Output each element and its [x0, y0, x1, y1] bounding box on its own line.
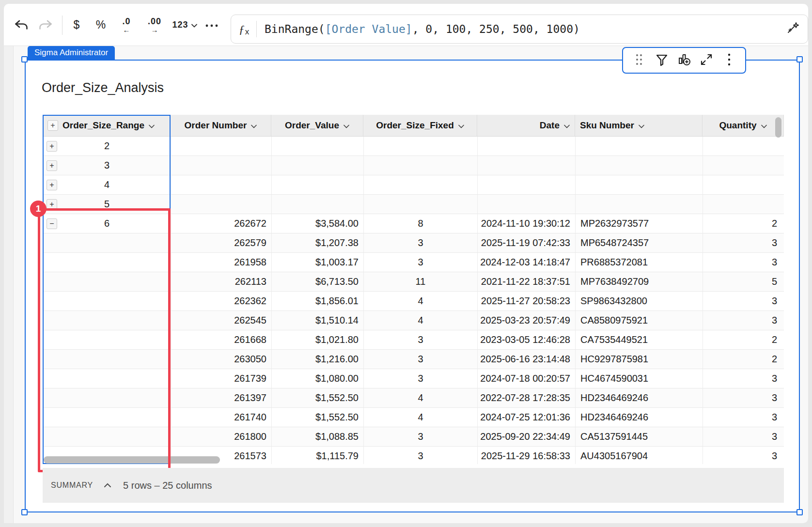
- order-value-cell[interactable]: $1,510.14: [272, 311, 364, 330]
- order-number-cell[interactable]: 261397: [171, 388, 272, 408]
- date-cell[interactable]: [478, 175, 576, 195]
- order-size-range-cell[interactable]: +4: [43, 175, 171, 195]
- sku-number-cell[interactable]: CA7535449521: [576, 330, 703, 350]
- date-cell[interactable]: 2025-03-23 20:57:49: [478, 311, 576, 330]
- order-number-cell[interactable]: 262113: [171, 272, 272, 292]
- quantity-cell[interactable]: 5: [703, 272, 784, 292]
- column-header-date[interactable]: Date: [477, 115, 575, 137]
- quantity-cell[interactable]: [703, 156, 784, 175]
- column-header-order-size-range[interactable]: + Order_Size_Range: [43, 115, 171, 137]
- order-size-range-cell[interactable]: +2: [43, 137, 171, 156]
- quantity-cell[interactable]: 3: [703, 292, 784, 311]
- decrease-decimal-button[interactable]: .0 ←: [114, 4, 139, 46]
- date-cell[interactable]: [478, 137, 576, 156]
- order-number-cell[interactable]: 262362: [171, 292, 272, 311]
- order-number-cell[interactable]: [171, 175, 272, 195]
- order-value-cell[interactable]: $1,856.01: [272, 292, 364, 311]
- order-value-cell[interactable]: [272, 195, 364, 214]
- sku-number-cell[interactable]: HC9297875981: [576, 350, 703, 369]
- sku-number-cell[interactable]: AU4305167904: [576, 447, 703, 464]
- collapse-group-button[interactable]: −: [47, 218, 57, 229]
- date-cell[interactable]: 2025-11-27 20:58:23: [478, 292, 576, 311]
- order-number-cell[interactable]: 262672: [171, 214, 272, 233]
- number-format-dropdown[interactable]: 123: [170, 4, 200, 46]
- order-number-cell[interactable]: 263050: [171, 350, 272, 369]
- order-value-cell[interactable]: $1,080.00: [272, 369, 364, 388]
- drag-handle[interactable]: [630, 51, 648, 70]
- order-number-cell[interactable]: [171, 137, 272, 156]
- order-size-range-cell[interactable]: [43, 408, 171, 427]
- sku-number-cell[interactable]: [576, 195, 703, 214]
- order-number-cell[interactable]: 262579: [171, 233, 272, 253]
- sku-number-cell[interactable]: CA5137591445: [576, 427, 703, 447]
- quantity-cell[interactable]: [703, 195, 784, 214]
- order-size-range-cell[interactable]: [43, 427, 171, 447]
- sku-number-cell[interactable]: MP7638492709: [576, 272, 703, 292]
- order-size-fixed-cell[interactable]: 11: [364, 272, 478, 292]
- order-size-range-cell[interactable]: [43, 388, 171, 408]
- currency-format-button[interactable]: $: [66, 4, 87, 46]
- expand-group-button[interactable]: +: [47, 141, 57, 152]
- formula-input[interactable]: BinRange([Order_Value], 0, 100, 250, 500…: [265, 23, 785, 35]
- order-value-cell[interactable]: $1,552.50: [272, 388, 364, 408]
- formula-bar[interactable]: ƒx BinRange([Order_Value], 0, 100, 250, …: [231, 15, 808, 44]
- sku-number-cell[interactable]: HC4674590031: [576, 369, 703, 388]
- more-formats-button[interactable]: [201, 4, 223, 46]
- order-value-cell[interactable]: $1,021.80: [272, 330, 364, 350]
- vertical-scrollbar[interactable]: [775, 117, 781, 138]
- order-size-range-cell[interactable]: [43, 330, 171, 350]
- column-header-order-value[interactable]: Order_Value: [271, 115, 363, 137]
- chevron-down-icon[interactable]: [149, 120, 155, 131]
- order-size-range-cell[interactable]: [43, 369, 171, 388]
- order-size-fixed-cell[interactable]: 8: [364, 214, 478, 233]
- order-size-range-cell[interactable]: +3: [43, 156, 171, 175]
- sku-number-cell[interactable]: CA8580975921: [576, 311, 703, 330]
- order-value-cell[interactable]: [272, 156, 364, 175]
- order-number-cell[interactable]: 261800: [171, 427, 272, 447]
- order-value-cell[interactable]: [272, 175, 364, 195]
- column-header-order-size-fixed[interactable]: Order_Size_Fixed: [363, 115, 477, 137]
- order-size-range-cell[interactable]: +5: [43, 195, 171, 214]
- date-cell[interactable]: 2021-11-22 18:37:51: [478, 272, 576, 292]
- widget-title[interactable]: Order_Size_Analysis: [42, 80, 164, 95]
- order-value-cell[interactable]: $1,216.00: [272, 350, 364, 369]
- order-size-fixed-cell[interactable]: 3: [364, 330, 478, 350]
- quantity-cell[interactable]: [703, 175, 784, 195]
- quantity-cell[interactable]: 3: [703, 427, 784, 447]
- order-number-cell[interactable]: 262545: [171, 311, 272, 330]
- formula-ai-assist-button[interactable]: [785, 21, 800, 37]
- sku-number-cell[interactable]: [576, 156, 703, 175]
- add-column-icon[interactable]: +: [47, 120, 58, 131]
- sku-number-cell[interactable]: HD2346469246: [576, 388, 703, 408]
- order-value-cell[interactable]: $1,207.38: [272, 233, 364, 253]
- order-number-cell[interactable]: 261740: [171, 408, 272, 427]
- percent-format-button[interactable]: %: [90, 4, 111, 46]
- quantity-cell[interactable]: 3: [703, 408, 784, 427]
- column-header-sku-number[interactable]: Sku Number: [575, 115, 703, 137]
- selection-handle-top-left[interactable]: [21, 56, 28, 62]
- date-cell[interactable]: 2025-11-29 16:58:33: [478, 447, 576, 464]
- expand-group-button[interactable]: +: [47, 180, 57, 190]
- order-value-cell[interactable]: $1,088.85: [272, 427, 364, 447]
- quantity-cell[interactable]: 3: [703, 253, 784, 272]
- order-size-fixed-cell[interactable]: 3: [364, 350, 478, 369]
- create-child-chart-button[interactable]: [675, 51, 693, 70]
- quantity-cell[interactable]: 2: [703, 214, 784, 233]
- date-cell[interactable]: 2024-07-25 12:01:36: [478, 408, 576, 427]
- order-size-range-cell[interactable]: [43, 253, 171, 272]
- filter-button[interactable]: [653, 51, 671, 70]
- summary-collapse-button[interactable]: [104, 481, 111, 490]
- date-cell[interactable]: [478, 195, 576, 214]
- maximize-button[interactable]: [697, 51, 716, 70]
- order-size-range-cell[interactable]: [43, 272, 171, 292]
- undo-button[interactable]: [10, 4, 33, 46]
- sku-number-cell[interactable]: [576, 137, 703, 156]
- order-number-cell[interactable]: 261958: [171, 253, 272, 272]
- order-size-range-cell[interactable]: [43, 292, 171, 311]
- order-size-fixed-cell[interactable]: 4: [364, 311, 478, 330]
- order-size-fixed-cell[interactable]: 4: [364, 388, 478, 408]
- order-number-cell[interactable]: [171, 195, 272, 214]
- order-size-fixed-cell[interactable]: 3: [364, 369, 478, 388]
- expand-group-button[interactable]: +: [47, 160, 57, 171]
- date-cell[interactable]: 2025-11-19 07:42:33: [478, 233, 576, 253]
